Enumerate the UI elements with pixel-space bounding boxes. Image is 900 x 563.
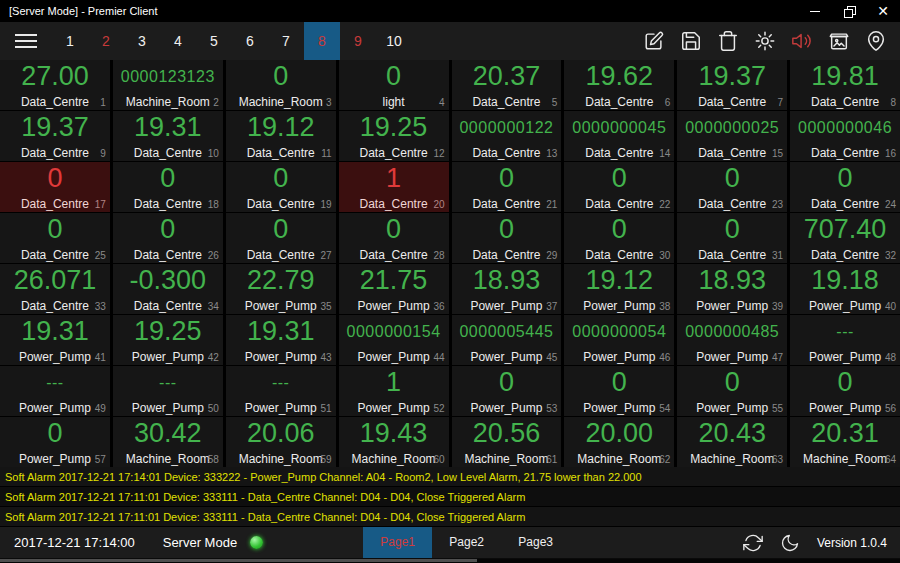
sensor-cell[interactable]: 0 Data_Centre 18 bbox=[113, 162, 223, 212]
page-button-10[interactable]: 10 bbox=[376, 22, 412, 60]
sensor-cell[interactable]: 0 Data_Centre 28 bbox=[339, 213, 449, 263]
sensor-cell[interactable]: 19.62 Data_Centre 6 bbox=[564, 60, 674, 110]
sensor-cell[interactable]: 21.75 Power_Pump 36 bbox=[339, 264, 449, 314]
sensor-cell[interactable]: 19.37 Data_Centre 9 bbox=[0, 111, 110, 161]
sensor-cell[interactable]: -0.300 Data_Centre 34 bbox=[113, 264, 223, 314]
page-button-1[interactable]: 1 bbox=[52, 22, 88, 60]
sensor-cell[interactable]: 0000000025 Data_Centre 15 bbox=[677, 111, 787, 161]
page-button-7[interactable]: 7 bbox=[268, 22, 304, 60]
minimize-button[interactable] bbox=[798, 0, 832, 22]
sensor-cell[interactable]: 30.42 Machine_Room 58 bbox=[113, 417, 223, 467]
sensor-cell[interactable]: 19.43 Machine_Room 60 bbox=[339, 417, 449, 467]
alarm-row[interactable]: Soft Alarm 2017-12-21 17:11:01 Device: 3… bbox=[0, 487, 900, 507]
save-button[interactable] bbox=[680, 30, 702, 52]
sensor-cell[interactable]: 1 Data_Centre 20 bbox=[339, 162, 449, 212]
sensor-cell[interactable]: 1 Power_Pump 52 bbox=[339, 366, 449, 416]
sensor-cell[interactable]: 20.37 Data_Centre 5 bbox=[452, 60, 562, 110]
sensor-cell[interactable]: 0000000054 Power_Pump 46 bbox=[564, 315, 674, 365]
tab-page3[interactable]: Page3 bbox=[501, 527, 570, 558]
sensor-cell[interactable]: 19.12 Power_Pump 38 bbox=[564, 264, 674, 314]
sensor-cell[interactable]: 19.31 Power_Pump 41 bbox=[0, 315, 110, 365]
sensor-cell[interactable]: 0 Data_Centre 31 bbox=[677, 213, 787, 263]
sensor-cell[interactable]: 20.06 Machine_Room 59 bbox=[226, 417, 336, 467]
page-button-8[interactable]: 8 bbox=[304, 22, 340, 60]
sensor-cell[interactable]: 707.40 Data_Centre 32 bbox=[790, 213, 900, 263]
sensor-cell[interactable]: --- Power_Pump 51 bbox=[226, 366, 336, 416]
sensor-cell[interactable]: 0 Power_Pump 54 bbox=[564, 366, 674, 416]
sensor-cell[interactable]: 0 Power_Pump 53 bbox=[452, 366, 562, 416]
sound-button[interactable] bbox=[791, 30, 813, 52]
sensor-cell[interactable]: 20.43 Machine_Room 63 bbox=[677, 417, 787, 467]
sensor-cell[interactable]: --- Power_Pump 48 bbox=[790, 315, 900, 365]
page-button-6[interactable]: 6 bbox=[232, 22, 268, 60]
sensor-cell[interactable]: 26.071 Data_Centre 33 bbox=[0, 264, 110, 314]
sensor-cell[interactable]: 0000123123 Machine_Room 2 bbox=[113, 60, 223, 110]
sensor-cell[interactable]: 0 Data_Centre 17 bbox=[0, 162, 110, 212]
sensor-cell[interactable]: 0000000485 Power_Pump 47 bbox=[677, 315, 787, 365]
sensor-footer: Data_Centre 18 bbox=[113, 195, 223, 212]
scrollbar-thumb[interactable] bbox=[0, 559, 477, 562]
sensor-cell[interactable]: 19.31 Power_Pump 43 bbox=[226, 315, 336, 365]
sensor-cell[interactable]: 0 Data_Centre 30 bbox=[564, 213, 674, 263]
sensor-cell[interactable]: --- Power_Pump 50 bbox=[113, 366, 223, 416]
sensor-label: Power_Pump bbox=[245, 401, 317, 415]
sensor-cell[interactable]: 19.12 Data_Centre 11 bbox=[226, 111, 336, 161]
location-button[interactable] bbox=[865, 30, 887, 52]
sensor-footer: Power_Pump 41 bbox=[0, 348, 110, 365]
sensor-cell[interactable]: 0000000046 Data_Centre 16 bbox=[790, 111, 900, 161]
menu-button[interactable] bbox=[15, 34, 37, 48]
refresh-button[interactable] bbox=[743, 533, 763, 553]
sensor-cell[interactable]: 0 Data_Centre 23 bbox=[677, 162, 787, 212]
alarm-row[interactable]: Soft Alarm 2017-12-21 17:14:01 Device: 3… bbox=[0, 467, 900, 487]
tab-page1[interactable]: Page1 bbox=[363, 527, 432, 558]
page-button-5[interactable]: 5 bbox=[196, 22, 232, 60]
sensor-cell[interactable]: 19.81 Data_Centre 8 bbox=[790, 60, 900, 110]
sensor-cell[interactable]: 0000005445 Power_Pump 45 bbox=[452, 315, 562, 365]
page-button-4[interactable]: 4 bbox=[160, 22, 196, 60]
sensor-cell[interactable]: 0 Data_Centre 22 bbox=[564, 162, 674, 212]
sensor-footer: Data_Centre 17 bbox=[0, 195, 110, 212]
sensor-cell[interactable]: 19.31 Data_Centre 10 bbox=[113, 111, 223, 161]
sensor-cell[interactable]: 0 Data_Centre 21 bbox=[452, 162, 562, 212]
sensor-cell[interactable]: 0 Data_Centre 24 bbox=[790, 162, 900, 212]
alarm-text: Soft Alarm 2017-12-21 17:14:01 Device: 3… bbox=[0, 471, 642, 483]
sensor-cell[interactable]: 0 Data_Centre 29 bbox=[452, 213, 562, 263]
sensor-cell[interactable]: 18.93 Power_Pump 37 bbox=[452, 264, 562, 314]
page-button-3[interactable]: 3 bbox=[124, 22, 160, 60]
sensor-cell[interactable]: 20.56 Machine_Room 61 bbox=[452, 417, 562, 467]
sensor-cell[interactable]: 0 Data_Centre 26 bbox=[113, 213, 223, 263]
sensor-cell[interactable]: 0000000122 Data_Centre 13 bbox=[452, 111, 562, 161]
sensor-cell[interactable]: 18.93 Power_Pump 39 bbox=[677, 264, 787, 314]
sensor-cell[interactable]: 19.37 Data_Centre 7 bbox=[677, 60, 787, 110]
sensor-cell[interactable]: 0000000154 Power_Pump 44 bbox=[339, 315, 449, 365]
restore-button[interactable] bbox=[832, 0, 866, 22]
close-button[interactable]: ✕ bbox=[866, 0, 900, 22]
sensor-cell[interactable]: 0 Power_Pump 55 bbox=[677, 366, 787, 416]
sensor-cell[interactable]: 0000000045 Data_Centre 14 bbox=[564, 111, 674, 161]
sensor-cell[interactable]: 19.18 Power_Pump 40 bbox=[790, 264, 900, 314]
sensor-cell[interactable]: 0 light 4 bbox=[339, 60, 449, 110]
sensor-cell[interactable]: 0 Power_Pump 57 bbox=[0, 417, 110, 467]
tab-page2[interactable]: Page2 bbox=[432, 527, 501, 558]
sensor-cell[interactable]: --- Power_Pump 49 bbox=[0, 366, 110, 416]
sensor-cell[interactable]: 0 Machine_Room 3 bbox=[226, 60, 336, 110]
sensor-cell[interactable]: 22.79 Power_Pump 35 bbox=[226, 264, 336, 314]
sensor-cell[interactable]: 19.25 Data_Centre 12 bbox=[339, 111, 449, 161]
sensor-cell[interactable]: 0 Power_Pump 56 bbox=[790, 366, 900, 416]
page-button-2[interactable]: 2 bbox=[88, 22, 124, 60]
edit-button[interactable] bbox=[643, 30, 665, 52]
sensor-cell[interactable]: 20.00 Machine_Room 62 bbox=[564, 417, 674, 467]
delete-button[interactable] bbox=[717, 30, 739, 52]
sensor-cell[interactable]: 0 Data_Centre 25 bbox=[0, 213, 110, 263]
night-mode-button[interactable] bbox=[780, 533, 800, 553]
alarm-row[interactable]: Soft Alarm 2017-12-21 17:11:01 Device: 3… bbox=[0, 507, 900, 527]
page-button-9[interactable]: 9 bbox=[340, 22, 376, 60]
sensor-cell[interactable]: 20.31 Machine_Room 64 bbox=[790, 417, 900, 467]
sensor-cell[interactable]: 19.25 Power_Pump 42 bbox=[113, 315, 223, 365]
sensor-cell[interactable]: 0 Data_Centre 27 bbox=[226, 213, 336, 263]
sensor-cell[interactable]: 0 Data_Centre 19 bbox=[226, 162, 336, 212]
settings-button[interactable] bbox=[754, 30, 776, 52]
sensor-value: --- bbox=[790, 315, 900, 348]
sensor-cell[interactable]: 27.00 Data_Centre 1 bbox=[0, 60, 110, 110]
snapshot-button[interactable] bbox=[828, 30, 850, 52]
